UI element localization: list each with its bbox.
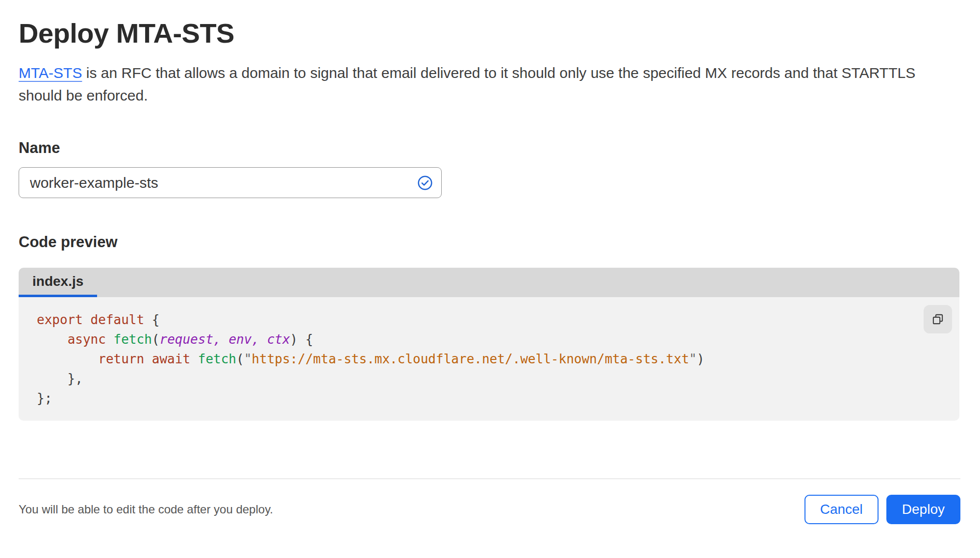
name-input-wrap [19,167,442,198]
description: MTA-STS is an RFC that allows a domain t… [19,62,953,107]
footer-actions: Cancel Deploy [804,495,960,524]
code-content: export default { async fetch(request, en… [37,310,901,408]
name-label: Name [19,139,960,157]
tab-label: index.js [32,274,83,289]
code-line: return await fetch("https://mta-sts.mx.c… [37,349,901,369]
copy-icon [930,312,945,327]
code-area: export default { async fetch(request, en… [19,297,959,421]
code-preview-label: Code preview [19,233,960,251]
footer-note: You will be able to edit the code after … [19,503,273,516]
tab-index-js[interactable]: index.js [19,268,97,297]
cancel-button[interactable]: Cancel [804,495,879,524]
description-text: is an RFC that allows a domain to signal… [19,65,915,103]
copy-button[interactable] [924,305,952,333]
code-line: }; [37,388,901,408]
code-tabbar: index.js [19,268,959,297]
mta-sts-link[interactable]: MTA-STS [19,65,82,81]
code-line: async fetch(request, env, ctx) { [37,330,901,349]
name-input[interactable] [19,167,442,198]
page-title: Deploy MTA-STS [19,18,960,49]
code-line: export default { [37,310,901,330]
code-preview-block: index.js export default { async fetch(re… [19,268,959,421]
footer: You will be able to edit the code after … [19,479,960,524]
code-line: }, [37,369,901,388]
deploy-mta-sts-page: Deploy MTA-STS MTA-STS is an RFC that al… [0,0,980,524]
check-circle-icon [417,175,433,191]
deploy-button[interactable]: Deploy [886,495,960,524]
